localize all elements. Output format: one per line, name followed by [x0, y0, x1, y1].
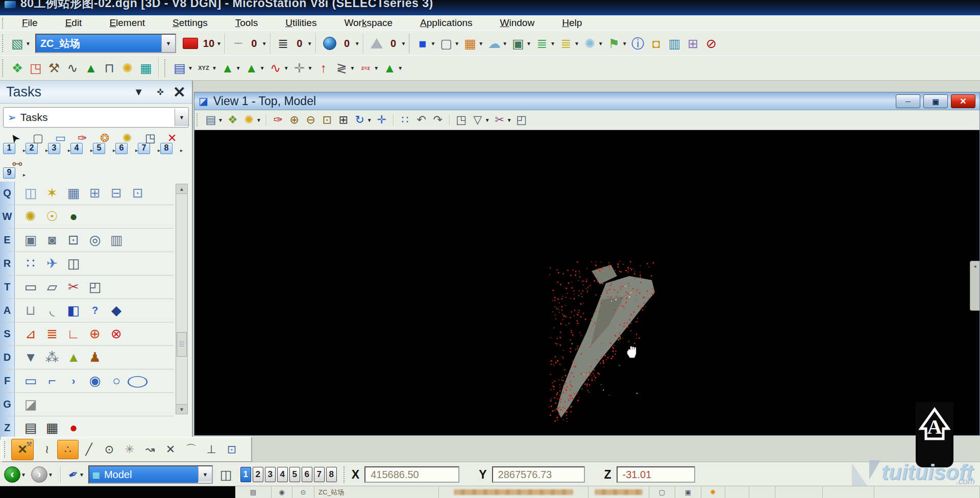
bottom-cell-0[interactable]: ▤ — [235, 486, 272, 498]
task-tool-palette[interactable]: ❂5▸ — [93, 132, 115, 154]
snap-origin[interactable]: ✳ — [119, 440, 140, 459]
saved-views-dropdown-arrow[interactable]: ▼ — [526, 41, 531, 46]
title-bar[interactable]: 80工例站形图-02.dgn [3D - V8 DGN] - MicroStat… — [0, 0, 980, 15]
terrain-tool[interactable]: ▲ — [82, 59, 100, 77]
line-weight-dropdown-arrow[interactable]: ▼ — [307, 41, 312, 46]
back-dropdown-arrow[interactable]: ▼ — [21, 472, 26, 478]
point-clouds[interactable]: ☁▼ — [485, 35, 509, 52]
transparency-dropdown-arrow[interactable]: ▼ — [401, 41, 406, 46]
menu-settings[interactable]: Settings — [159, 17, 222, 29]
markup-models[interactable]: ≣▼ — [533, 35, 557, 52]
bottom-cell-5[interactable] — [589, 486, 649, 498]
menu-applications[interactable]: Applications — [406, 17, 486, 29]
update-view[interactable]: ✑ — [270, 112, 286, 128]
line-style-button[interactable]: ┄┄ — [229, 35, 247, 52]
adjust-brightness-dropdown-arrow[interactable]: ▼ — [256, 117, 261, 123]
raster-manager-dropdown-arrow[interactable]: ▼ — [478, 41, 483, 46]
menu-edit[interactable]: Edit — [52, 17, 96, 29]
rotate-view[interactable]: ↻▼ — [352, 112, 374, 128]
restore-button[interactable]: ▣ — [923, 94, 948, 108]
display-style[interactable]: ❖ — [225, 112, 241, 128]
menu-help[interactable]: Help — [548, 17, 596, 29]
terrain-graph-tool[interactable]: ∿▼ — [266, 59, 290, 77]
survey-tool[interactable]: ❖ — [8, 59, 27, 77]
active-color-button[interactable] — [179, 37, 202, 50]
task-tool-link-element[interactable]: o--o9▸ — [3, 156, 26, 179]
tool-camera-two[interactable]: ◙ — [41, 232, 63, 248]
scroll-down-icon[interactable]: ▼ — [176, 404, 187, 414]
bottom-cell-4[interactable] — [439, 486, 589, 498]
window-area[interactable]: ⊡ — [319, 112, 335, 128]
active-element-template[interactable]: ▧▼ — [8, 35, 32, 52]
edit-terrain-tool[interactable]: ▲▼ — [242, 59, 266, 77]
task-tool-delete-element[interactable]: ✕8▸ — [160, 132, 183, 154]
tool-place-shape[interactable]: ⌐ — [41, 373, 63, 389]
snap-bisector[interactable]: ↝ — [140, 440, 160, 459]
tool-match-attributes[interactable]: ? — [84, 305, 106, 316]
tool-place-block[interactable]: ▭ — [20, 373, 41, 389]
edit-terrain-tool-dropdown-arrow[interactable]: ▼ — [260, 65, 265, 71]
tool-fly[interactable]: ✈ — [41, 256, 63, 271]
tool-camera-one[interactable]: ▣ — [20, 232, 41, 248]
task-tool-bulb[interactable]: ✺6▸ — [115, 132, 138, 154]
tool-light-note[interactable]: ✺ — [20, 209, 41, 225]
bottom-cell-7[interactable]: ▣ — [675, 486, 701, 498]
tool-place-markers[interactable]: ⁂ — [41, 350, 63, 365]
copy-view[interactable]: ◳ — [453, 112, 470, 128]
view-toggle-1[interactable]: 1 — [240, 467, 251, 482]
tool-import-model[interactable]: ⊟ — [106, 185, 127, 201]
z-equal-tool-dropdown-arrow[interactable]: ▼ — [374, 65, 379, 71]
snap-center[interactable]: ⊙ — [99, 440, 119, 459]
tool-pour-bucket[interactable]: ◟ — [41, 303, 63, 318]
sparkle-tool[interactable]: ✺ — [118, 59, 137, 77]
tasks-combo[interactable]: ➢ Tasks ▼ — [3, 107, 189, 128]
tool-place-trees[interactable]: ▲ — [63, 350, 84, 365]
annotation-pen-icon[interactable]: ✒ — [66, 466, 81, 483]
tool-solid-tool[interactable]: ◪ — [20, 396, 41, 412]
tool-fence-move[interactable]: ▱ — [41, 279, 63, 295]
markup-models-dropdown-arrow[interactable]: ▼ — [550, 41, 555, 46]
references[interactable]: ▢▼ — [437, 35, 461, 52]
task-tool-copy-element[interactable]: ▭3▸ — [48, 132, 70, 154]
view-toggle-4[interactable]: 4 — [277, 467, 288, 482]
tool-camera-fit[interactable]: ⊡ — [63, 232, 84, 248]
tool-render-export[interactable]: ◫ — [63, 256, 84, 271]
active-level-combo[interactable]: ZC_站场 ▼ — [35, 34, 176, 53]
view-toggle-5[interactable]: 5 — [289, 467, 300, 482]
tool-acs-gears[interactable]: ⊕ — [84, 326, 106, 342]
menu-window[interactable]: Window — [486, 17, 549, 29]
calculator-tool[interactable]: ▦ — [137, 59, 155, 77]
tool-place-circle[interactable]: ○ — [106, 373, 127, 389]
import-tool[interactable]: ⊓ — [100, 59, 118, 77]
zoom-in[interactable]: ⊕ — [286, 112, 303, 128]
menu-workspace[interactable]: Workspace — [330, 17, 406, 29]
profile-tool[interactable]: ∿ — [63, 59, 82, 77]
clip-mask-dropdown-arrow[interactable]: ▼ — [507, 117, 512, 123]
clip-cube[interactable]: ◰ — [513, 112, 530, 128]
tool-fence-clip[interactable]: ✂ — [63, 279, 84, 295]
bottom-cell-12[interactable] — [823, 486, 874, 498]
model-combo-arrow[interactable]: ▼ — [198, 467, 212, 482]
tool-camera-lens[interactable]: ◎ — [84, 232, 106, 248]
tool-change-attributes[interactable]: ◧ — [63, 303, 84, 318]
close-button[interactable]: ✕ — [951, 94, 975, 108]
view-toggle-3[interactable]: 3 — [265, 467, 276, 482]
tasks-panel-header[interactable]: Tasks ▼ ✜ ✕ — [0, 81, 192, 104]
scroll-up-icon[interactable]: ▲ — [176, 184, 187, 194]
walk-view[interactable]: ∷ — [397, 112, 413, 128]
view-groups-button[interactable]: ◫ — [217, 466, 235, 483]
xyz-points-tool[interactable]: XYZ▼ — [194, 59, 218, 77]
task-tool-element-selection[interactable]: ➤1▸ — [3, 132, 26, 154]
tool-place-marker[interactable]: ▼ — [20, 350, 41, 365]
raise-elevation-tool[interactable]: ↑ — [314, 59, 332, 77]
snap-intersection[interactable]: ✕ — [160, 440, 181, 459]
active-class-button[interactable] — [320, 36, 340, 51]
view-toggle-8[interactable]: 8 — [326, 467, 337, 482]
tool-save-model[interactable]: ▦ — [63, 185, 84, 201]
tool-acs-define[interactable]: ∟ — [63, 326, 84, 342]
terrain-display-tool-dropdown-arrow[interactable]: ▼ — [398, 65, 403, 71]
elevation-chart-tool[interactable]: ≷▼ — [332, 59, 356, 77]
tool-export-model[interactable]: ⊡ — [127, 185, 149, 201]
toolbar2-grip2[interactable] — [164, 59, 167, 77]
xyz-points-tool-dropdown-arrow[interactable]: ▼ — [212, 65, 217, 71]
